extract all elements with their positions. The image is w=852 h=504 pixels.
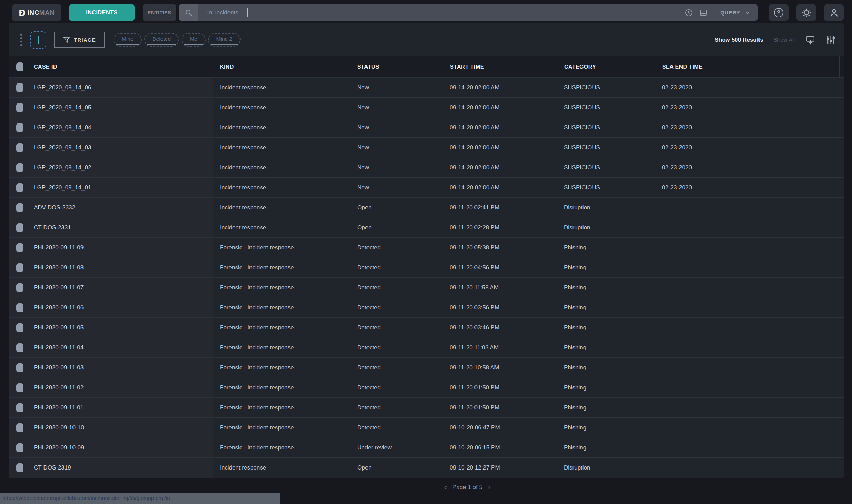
table-row[interactable]: LGP_2020_09_14_05 Incident response New … xyxy=(9,98,844,118)
table-row[interactable]: PHI-2020-09-11-02 Forensic - Incident re… xyxy=(9,378,844,398)
row-checkbox[interactable] xyxy=(16,263,23,272)
column-header-start-time[interactable]: START TIME xyxy=(443,56,557,77)
table-row[interactable]: PHI-2020-09-11-08 Forensic - Incident re… xyxy=(9,258,844,278)
table-row[interactable]: CT-DOS-2331 Incident response Open 09-11… xyxy=(9,218,844,238)
table-row[interactable]: ADV-DOS-2332 Incident response Open 09-1… xyxy=(9,198,844,218)
query-dropdown[interactable]: QUERY xyxy=(720,10,740,16)
case-id-cell[interactable]: LGP_2020_09_14_06 xyxy=(26,84,213,91)
select-all-checkbox[interactable] xyxy=(16,62,23,71)
status-cell: New xyxy=(350,84,443,91)
table-row[interactable]: PHI-2020-09-11-03 Forensic - Incident re… xyxy=(9,358,844,378)
case-id-cell[interactable]: PHI-2020-09-11-04 xyxy=(26,344,213,351)
case-id-cell[interactable]: PHI-2020-09-11-08 xyxy=(26,264,213,271)
row-checkbox[interactable] xyxy=(16,103,23,112)
column-header-kind[interactable]: KIND xyxy=(213,56,350,77)
search-query-token[interactable]: in: incidents xyxy=(207,9,238,16)
case-id-cell[interactable]: PHI-2020-09-11-07 xyxy=(26,284,213,291)
filter-pill-mine[interactable]: Mine xyxy=(114,33,142,47)
search-bar[interactable]: in: incidents QUERY xyxy=(179,4,758,21)
case-id-cell[interactable]: CT-DOS-2331 xyxy=(26,224,213,231)
row-checkbox[interactable] xyxy=(16,423,23,432)
row-checkbox[interactable] xyxy=(16,403,23,412)
column-header-status[interactable]: STATUS xyxy=(350,56,443,77)
row-checkbox[interactable] xyxy=(16,223,23,232)
drag-handle-icon[interactable] xyxy=(20,34,22,46)
tab-entities[interactable]: ENTITIES xyxy=(143,4,176,21)
row-checkbox[interactable] xyxy=(16,323,23,332)
row-checkbox[interactable] xyxy=(16,243,23,252)
kind-cell: Forensic - Incident response xyxy=(213,444,350,451)
row-checkbox[interactable] xyxy=(16,363,23,372)
table-row[interactable]: PHI-2020-09-11-09 Forensic - Incident re… xyxy=(9,238,844,258)
triage-button[interactable]: TRIAGE xyxy=(54,32,105,48)
table-row[interactable]: CT-DOS-2319 Incident response Open 09-10… xyxy=(9,458,844,478)
table-row[interactable]: PHI-2020-09-10-09 Forensic - Incident re… xyxy=(9,438,844,458)
case-id-cell[interactable]: PHI-2020-09-11-01 xyxy=(26,404,213,411)
case-id-cell[interactable]: PHI-2020-09-10-10 xyxy=(26,424,213,431)
table-row[interactable]: PHI-2020-09-11-04 Forensic - Incident re… xyxy=(9,338,844,358)
tab-incidents[interactable]: INCIDENTS xyxy=(69,4,135,21)
text-cursor-tool-button[interactable] xyxy=(30,31,46,49)
filter-pill-me[interactable]: Me xyxy=(182,33,206,47)
case-id-cell[interactable]: PHI-2020-09-10-09 xyxy=(26,444,213,451)
filter-pill-mine-2[interactable]: Mine 2 xyxy=(208,33,241,47)
row-checkbox[interactable] xyxy=(16,463,23,472)
case-id-cell[interactable]: PHI-2020-09-11-06 xyxy=(26,304,213,311)
case-id-cell[interactable]: PHI-2020-09-11-09 xyxy=(26,244,213,251)
case-id-cell[interactable]: LGP_2020_09_14_04 xyxy=(26,124,213,131)
column-header-case-id[interactable]: CASE ID xyxy=(26,56,213,77)
export-screen-icon[interactable] xyxy=(806,35,815,45)
show-all-button[interactable]: Show All xyxy=(774,37,795,43)
history-icon[interactable] xyxy=(685,9,693,17)
case-id-cell[interactable]: PHI-2020-09-11-05 xyxy=(26,324,213,331)
column-header-sla-end-time[interactable]: SLA END TIME xyxy=(655,56,839,77)
case-id-cell[interactable]: LGP_2020_09_14_01 xyxy=(26,184,213,191)
row-checkbox[interactable] xyxy=(16,83,23,92)
row-checkbox[interactable] xyxy=(16,143,23,152)
page-prev-icon[interactable]: ‹ xyxy=(444,484,447,491)
filter-funnel-icon xyxy=(63,36,70,44)
settings-button[interactable] xyxy=(796,4,816,21)
table-row[interactable]: LGP_2020_09_14_02 Incident response New … xyxy=(9,158,844,178)
row-checkbox[interactable] xyxy=(16,383,23,392)
start-time-cell: 09-11-20 01:50 PM xyxy=(443,384,557,391)
table-row[interactable]: LGP_2020_09_14_01 Incident response New … xyxy=(9,178,844,198)
display-icon[interactable] xyxy=(699,9,707,17)
table-row[interactable]: LGP_2020_09_14_06 Incident response New … xyxy=(9,78,844,98)
row-checkbox[interactable] xyxy=(16,443,23,452)
row-checkbox[interactable] xyxy=(16,283,23,292)
table-row[interactable]: PHI-2020-09-11-01 Forensic - Incident re… xyxy=(9,398,844,418)
kind-cell: Forensic - Incident response xyxy=(213,264,350,271)
column-sliders-icon[interactable] xyxy=(826,35,835,45)
case-id-cell[interactable]: ADV-DOS-2332 xyxy=(26,204,213,211)
row-checkbox[interactable] xyxy=(16,183,23,192)
page-next-icon[interactable]: › xyxy=(488,484,490,491)
row-checkbox[interactable] xyxy=(16,163,23,172)
kind-cell: Incident response xyxy=(213,164,350,171)
case-id-cell[interactable]: PHI-2020-09-11-03 xyxy=(26,364,213,371)
incman-logo[interactable]: Ɖ INCMAN xyxy=(12,4,61,21)
start-time-cell: 09-11-20 05:38 PM xyxy=(443,244,557,251)
table-row[interactable]: LGP_2020_09_14_04 Incident response New … xyxy=(9,118,844,138)
row-checkbox-cell xyxy=(9,178,26,197)
filter-pill-deleted[interactable]: Deleted xyxy=(144,33,179,47)
case-id-cell[interactable]: PHI-2020-09-11-02 xyxy=(26,384,213,391)
row-checkbox[interactable] xyxy=(16,123,23,132)
case-id-cell[interactable]: LGP_2020_09_14_05 xyxy=(26,104,213,111)
case-id-cell[interactable]: CT-DOS-2319 xyxy=(26,464,213,471)
table-row[interactable]: PHI-2020-09-11-05 Forensic - Incident re… xyxy=(9,318,844,338)
help-button[interactable]: ? xyxy=(769,4,789,21)
case-id-cell[interactable]: LGP_2020_09_14_03 xyxy=(26,144,213,151)
status-cell: Open xyxy=(350,224,443,231)
table-row[interactable]: PHI-2020-09-11-07 Forensic - Incident re… xyxy=(9,278,844,298)
table-row[interactable]: PHI-2020-09-11-06 Forensic - Incident re… xyxy=(9,298,844,318)
row-checkbox[interactable] xyxy=(16,203,23,212)
case-id-cell[interactable]: LGP_2020_09_14_02 xyxy=(26,164,213,171)
user-profile-button[interactable] xyxy=(824,4,844,21)
table-row[interactable]: PHI-2020-09-10-10 Forensic - Incident re… xyxy=(9,418,844,438)
row-checkbox[interactable] xyxy=(16,343,23,352)
table-row[interactable]: LGP_2020_09_14_03 Incident response New … xyxy=(9,138,844,158)
column-header-category[interactable]: CATEGORY xyxy=(557,56,655,77)
row-checkbox[interactable] xyxy=(16,303,23,312)
chevron-down-icon[interactable] xyxy=(744,10,751,16)
